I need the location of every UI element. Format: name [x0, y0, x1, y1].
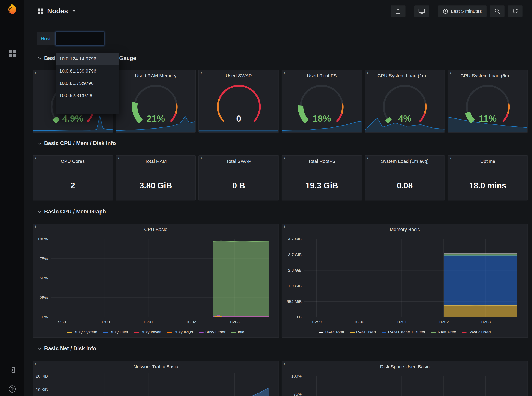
- chevron-down-icon: [37, 346, 42, 351]
- panel-info-icon[interactable]: i: [367, 156, 368, 160]
- gauge-value: 11%: [448, 114, 527, 124]
- panel-info-icon[interactable]: i: [450, 70, 451, 75]
- share-icon: [395, 8, 401, 14]
- legend-item[interactable]: RAM Used: [350, 330, 376, 334]
- legend-item[interactable]: Busy IRQs: [167, 330, 193, 334]
- share-button[interactable]: [391, 5, 406, 17]
- panel-title[interactable]: CPU System Load (1m …: [368, 73, 441, 78]
- panel-title[interactable]: Total RootFS: [285, 158, 358, 164]
- y-axis-label: 0%: [33, 315, 48, 320]
- section-net-disk[interactable]: Basic Net / Disk Info: [37, 344, 528, 353]
- legend-item[interactable]: RAM Free: [431, 330, 456, 334]
- y-axis-label: 1.9 GiB: [282, 284, 302, 288]
- x-axis-label: 16:00: [100, 320, 110, 324]
- panel-info-icon[interactable]: i: [35, 70, 36, 75]
- legend: Busy SystemBusy UserBusy IowaitBusy IRQs…: [33, 330, 279, 334]
- stat-value: 0.08: [365, 181, 444, 190]
- legend-color-dash: [103, 332, 108, 332]
- time-range-label: Last 5 minutes: [451, 8, 482, 14]
- host-option[interactable]: 10.0.124.14:9796: [56, 52, 119, 65]
- panel-title[interactable]: Memory Basic: [285, 227, 524, 232]
- panel-title[interactable]: System Load (1m avg): [368, 158, 441, 164]
- host-option[interactable]: 10.0.81.75:9796: [56, 77, 119, 89]
- legend-item[interactable]: Idle: [231, 330, 244, 334]
- panel-total-ram: i Total RAM 3.80 GiB: [116, 155, 196, 201]
- gauge-value: 4%: [365, 114, 444, 124]
- panel-info-icon[interactable]: i: [284, 361, 285, 366]
- panel-title[interactable]: Total SWAP: [202, 158, 275, 164]
- panel-used-ram-memory: i Used RAM Memory 21%: [116, 70, 196, 133]
- legend-label: Idle: [238, 330, 244, 334]
- y-axis-label: 0 B: [282, 315, 302, 320]
- legend-item[interactable]: Busy Iowait: [134, 330, 161, 334]
- panel-cpu-load-5m-gauge: i CPU System Load (5m … 11%: [448, 70, 528, 133]
- panel-title[interactable]: Disk Space Used Basic: [285, 364, 524, 369]
- panel-info-icon[interactable]: i: [284, 70, 285, 75]
- gauge-value: 0: [199, 114, 278, 124]
- host-variable-input[interactable]: [56, 32, 104, 46]
- legend-item[interactable]: Busy Other: [199, 330, 226, 334]
- panel-info-icon[interactable]: i: [35, 156, 36, 160]
- y-axis-label: 10 KiB: [33, 387, 48, 392]
- y-axis-label: 3.7 GiB: [282, 252, 302, 257]
- panel-info-icon[interactable]: i: [35, 361, 36, 366]
- host-option[interactable]: 10.0.92.81:9796: [56, 89, 119, 101]
- panel-title[interactable]: Used SWAP: [202, 73, 275, 78]
- section-info[interactable]: Basic CPU / Mem / Disk Info: [37, 139, 528, 148]
- chevron-down-icon: [72, 10, 76, 12]
- monitor-icon: [418, 8, 425, 14]
- legend-item[interactable]: RAM Total: [319, 330, 344, 334]
- panel-info-icon[interactable]: i: [284, 156, 285, 160]
- zoom-out-button[interactable]: [490, 5, 505, 17]
- clock-icon: [443, 8, 448, 14]
- panel-info-icon[interactable]: i: [201, 156, 202, 160]
- legend-color-dash: [231, 332, 236, 332]
- panel-info-icon[interactable]: i: [450, 156, 451, 160]
- panel-title[interactable]: Uptime: [451, 158, 524, 164]
- panel-info-icon[interactable]: i: [118, 156, 119, 160]
- top-nav: Nodes Last 5 minutes: [24, 0, 532, 22]
- legend-color-dash: [167, 332, 172, 332]
- time-range-button[interactable]: Last 5 minutes: [438, 5, 486, 17]
- panel-title[interactable]: Total RAM: [119, 158, 192, 164]
- legend-item[interactable]: SWAP Used: [462, 330, 491, 334]
- refresh-button[interactable]: [508, 5, 523, 17]
- legend-label: RAM Total: [325, 330, 344, 334]
- panel-total-rootfs: i Total RootFS 19.3 GiB: [282, 155, 362, 201]
- gauge-value: 4.9%: [33, 114, 112, 124]
- dashboard-title[interactable]: Nodes: [47, 7, 68, 15]
- sign-in-icon[interactable]: [4, 363, 20, 377]
- legend-label: RAM Used: [356, 330, 376, 334]
- dashboards-icon[interactable]: [4, 47, 20, 60]
- y-axis-label: 954 MiB: [282, 299, 302, 304]
- legend-color-dash: [67, 332, 72, 332]
- grafana-logo-icon[interactable]: [4, 3, 20, 18]
- section-graph[interactable]: Basic CPU / Mem Graph: [37, 207, 528, 216]
- legend-item[interactable]: RAM Cache + Buffer: [381, 330, 425, 334]
- chevron-down-icon: [37, 56, 42, 61]
- stat-row: i CPU Cores 2 i Total RAM 3.80 GiB i Tot…: [33, 155, 528, 201]
- panel-total-swap: i Total SWAP 0 B: [199, 155, 279, 201]
- legend-item[interactable]: Busy System: [67, 330, 97, 334]
- panel-info-icon[interactable]: i: [201, 70, 202, 75]
- panel-info-icon[interactable]: i: [367, 70, 368, 75]
- legend-color-dash: [134, 332, 139, 332]
- panel-title[interactable]: CPU System Load (5m …: [451, 73, 524, 78]
- section-title: Basic Net / Disk Info: [44, 346, 96, 352]
- x-axis-label: 16:03: [229, 320, 240, 324]
- host-option[interactable]: 10.0.81.139:9796: [56, 65, 119, 77]
- panel-title[interactable]: Used Root FS: [285, 73, 358, 78]
- tv-mode-button[interactable]: [414, 5, 429, 17]
- help-icon[interactable]: [4, 382, 20, 396]
- chevron-down-icon: [37, 209, 42, 214]
- panel-info-icon[interactable]: i: [35, 224, 36, 228]
- panel-cpu-cores: i CPU Cores 2: [33, 155, 113, 201]
- panel-title[interactable]: Network Traffic Basic: [36, 364, 275, 369]
- y-axis-label: 75%: [33, 256, 48, 261]
- legend-item[interactable]: Busy User: [103, 330, 129, 334]
- panel-title[interactable]: CPU Basic: [36, 227, 275, 232]
- panel-title[interactable]: Used RAM Memory: [119, 73, 192, 78]
- y-axis-label: 100%: [33, 237, 48, 241]
- panel-info-icon[interactable]: i: [284, 224, 285, 228]
- panel-title[interactable]: CPU Cores: [36, 158, 109, 164]
